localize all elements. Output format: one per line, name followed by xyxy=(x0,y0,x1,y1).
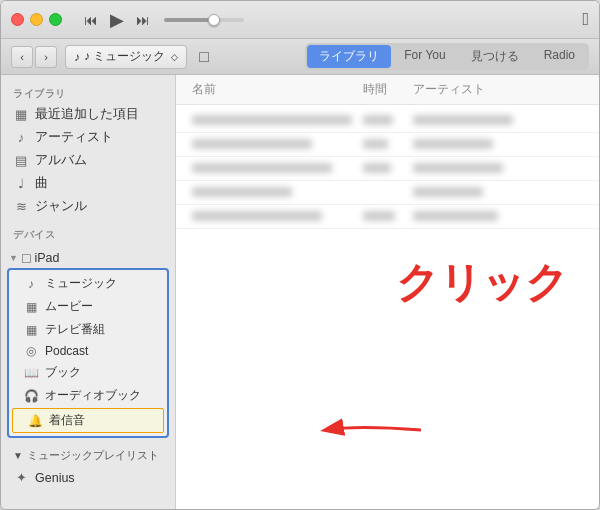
play-button[interactable]: ▶ xyxy=(108,7,126,33)
nav-back-button[interactable]: ‹ xyxy=(11,46,33,68)
device-child-label: オーディオブック xyxy=(45,387,141,404)
table-row[interactable] xyxy=(176,133,599,157)
fast-forward-button[interactable]: ⏭ xyxy=(134,10,152,30)
recent-icon: ▦ xyxy=(13,107,29,122)
sidebar-item-artists[interactable]: ♪ アーティスト xyxy=(1,126,175,149)
songs-icon: ♩ xyxy=(13,176,29,191)
titlebar: ⏮ ▶ ⏭  xyxy=(1,1,599,39)
music-icon: ♪ xyxy=(23,277,39,291)
row-time-cell xyxy=(363,113,413,128)
sidebar-item-genres[interactable]: ≋ ジャンル xyxy=(1,195,175,218)
row-artist-cell xyxy=(413,209,584,224)
ipad-device-icon: □ xyxy=(22,250,30,266)
row-name-cell xyxy=(192,113,363,128)
playlist-chevron-icon: ▼ xyxy=(13,450,23,461)
device-icon[interactable]: □ xyxy=(199,48,209,66)
table-row[interactable] xyxy=(176,157,599,181)
row-name-cell xyxy=(192,161,363,176)
table-row[interactable] xyxy=(176,181,599,205)
books-icon: 📖 xyxy=(23,366,39,380)
device-child-movies[interactable]: ▦ ムービー xyxy=(9,295,167,318)
device-child-books[interactable]: 📖 ブック xyxy=(9,361,167,384)
ringtone-icon: 🔔 xyxy=(27,414,43,428)
nav-buttons: ‹ › xyxy=(11,46,57,68)
volume-thumb[interactable] xyxy=(208,14,220,26)
table-row[interactable] xyxy=(176,109,599,133)
sidebar-item-label: ジャンル xyxy=(35,198,87,215)
sidebar-item-recent[interactable]: ▦ 最近追加した項目 xyxy=(1,103,175,126)
device-child-label: ブック xyxy=(45,364,81,381)
device-child-podcast[interactable]: ◎ Podcast xyxy=(9,341,167,361)
traffic-lights xyxy=(11,13,62,26)
sidebar-item-label: Genius xyxy=(35,471,75,485)
table-row[interactable] xyxy=(176,205,599,229)
device-ipad-header[interactable]: ▼ □ iPad xyxy=(1,244,175,268)
library-section-label: ライブラリ xyxy=(1,83,175,103)
col-header-name: 名前 xyxy=(192,81,363,98)
device-child-tv[interactable]: ▦ テレビ番組 xyxy=(9,318,167,341)
click-annotation: クリック xyxy=(396,255,568,311)
row-time-cell xyxy=(363,137,413,152)
device-child-label: Podcast xyxy=(45,344,88,358)
volume-slider[interactable] xyxy=(164,18,244,22)
device-child-music[interactable]: ♪ ミュージック xyxy=(9,272,167,295)
device-child-label: 着信音 xyxy=(49,412,85,429)
source-selector[interactable]: ♪ ♪ ミュージック ◇ xyxy=(65,45,187,69)
sidebar-item-label: アーティスト xyxy=(35,129,113,146)
tab-discover[interactable]: 見つける xyxy=(459,45,531,68)
artists-icon: ♪ xyxy=(13,130,29,145)
content-rows xyxy=(176,105,599,233)
audiobooks-icon: 🎧 xyxy=(23,389,39,403)
tab-group: ライブラリ For You 見つける Radio xyxy=(305,43,589,70)
source-label: ♪ ミュージック xyxy=(84,48,165,65)
podcast-icon: ◎ xyxy=(23,344,39,358)
device-child-label: テレビ番組 xyxy=(45,321,105,338)
music-note-icon: ♪ xyxy=(74,50,80,64)
sidebar-item-songs[interactable]: ♩ 曲 xyxy=(1,172,175,195)
genius-icon: ✦ xyxy=(13,470,29,485)
device-children-list: ♪ ミュージック ▦ ムービー ▦ テレビ番組 ◎ Podcast 📖 ブ xyxy=(7,268,169,438)
col-header-artist: アーティスト xyxy=(413,81,584,98)
playlist-toggle[interactable]: ▼ ミュージックプレイリスト xyxy=(1,444,175,467)
main-area: ライブラリ ▦ 最近追加した項目 ♪ アーティスト ▤ アルバム ♩ 曲 ≋ ジ… xyxy=(1,75,599,509)
device-child-audiobooks[interactable]: 🎧 オーディオブック xyxy=(9,384,167,407)
tab-radio[interactable]: Radio xyxy=(532,45,587,68)
tab-for-you[interactable]: For You xyxy=(392,45,457,68)
row-time-cell xyxy=(363,185,413,200)
device-name: iPad xyxy=(34,251,59,265)
row-time-cell xyxy=(363,209,413,224)
maximize-button[interactable] xyxy=(49,13,62,26)
minimize-button[interactable] xyxy=(30,13,43,26)
device-child-label: ミュージック xyxy=(45,275,117,292)
sidebar: ライブラリ ▦ 最近追加した項目 ♪ アーティスト ▤ アルバム ♩ 曲 ≋ ジ… xyxy=(1,75,176,509)
click-arrow-icon xyxy=(206,415,426,445)
triangle-expand-icon: ▼ xyxy=(9,253,18,263)
sidebar-item-label: アルバム xyxy=(35,152,87,169)
sidebar-item-label: 曲 xyxy=(35,175,48,192)
sidebar-item-albums[interactable]: ▤ アルバム xyxy=(1,149,175,172)
tv-icon: ▦ xyxy=(23,323,39,337)
rewind-button[interactable]: ⏮ xyxy=(82,10,100,30)
playlist-section-label: ミュージックプレイリスト xyxy=(27,448,159,463)
media-controls: ⏮ ▶ ⏭ xyxy=(82,7,152,33)
device-child-ringtone[interactable]: 🔔 着信音 xyxy=(12,408,164,433)
itunes-window: ⏮ ▶ ⏭  ‹ › ♪ ♪ ミュージック ◇ □ ライブラリ For You… xyxy=(0,0,600,510)
toolbar: ‹ › ♪ ♪ ミュージック ◇ □ ライブラリ For You 見つける Ra… xyxy=(1,39,599,75)
nav-forward-button[interactable]: › xyxy=(35,46,57,68)
playlist-section: ▼ ミュージックプレイリスト ✦ Genius xyxy=(1,444,175,488)
sidebar-item-genius[interactable]: ✦ Genius xyxy=(1,467,175,488)
apple-logo-icon:  xyxy=(582,9,589,30)
row-time-cell xyxy=(363,161,413,176)
movies-icon: ▦ xyxy=(23,300,39,314)
source-chevron-icon: ◇ xyxy=(171,52,178,62)
content-area: 名前 時間 アーティスト xyxy=(176,75,599,509)
genres-icon: ≋ xyxy=(13,199,29,214)
row-artist-cell xyxy=(413,137,584,152)
albums-icon: ▤ xyxy=(13,153,29,168)
devices-section-label: デバイス xyxy=(1,224,175,244)
col-header-time: 時間 xyxy=(363,81,413,98)
close-button[interactable] xyxy=(11,13,24,26)
row-name-cell xyxy=(192,137,363,152)
tab-library[interactable]: ライブラリ xyxy=(307,45,391,68)
row-artist-cell xyxy=(413,185,584,200)
